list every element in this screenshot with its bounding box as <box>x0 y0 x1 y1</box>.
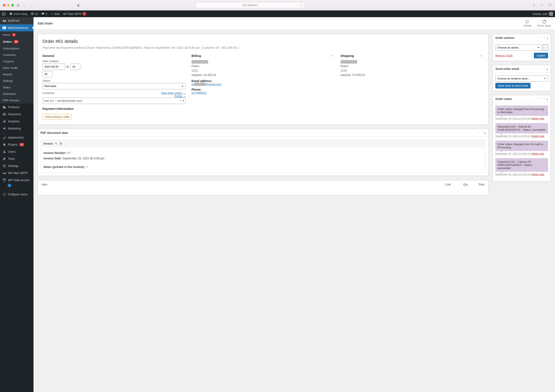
back-icon[interactable]: 〈 <box>29 3 33 7</box>
sidebar-sub-orders[interactable]: Orders 32 <box>0 38 34 45</box>
date-input[interactable] <box>43 64 65 70</box>
site-link[interactable]: User's blog <box>9 12 27 15</box>
alert-icon: ! <box>82 12 86 16</box>
url-bar[interactable]: 192.168.64.3 ↻ <box>196 2 305 8</box>
finish-setup-button[interactable]: Finish setup <box>537 20 551 27</box>
trash-link[interactable]: Move to Trash <box>495 54 512 57</box>
sidebar-item-settings[interactable]: Settings <box>0 162 34 169</box>
sidebar-sub-home[interactable]: Home 4 <box>0 31 34 38</box>
move-down-icon[interactable]: ˅ <box>543 97 545 101</box>
delete-note-link[interactable]: Delete note <box>531 152 544 155</box>
sidebar-sub-subs[interactable]: Subscriptions <box>0 45 34 52</box>
activity-button[interactable]: Activity <box>523 20 531 27</box>
sidebar-sub-reports[interactable]: Reports <box>0 71 34 78</box>
sidebar-sub-status[interactable]: Status <box>0 84 34 91</box>
col-item: Item <box>42 183 434 186</box>
move-up-icon[interactable]: ˄ <box>540 36 542 40</box>
toggle-icon[interactable]: ▴ <box>547 97 548 101</box>
chevron-down-icon[interactable]: ⌄ <box>22 3 26 7</box>
svg-rect-6 <box>4 121 4 123</box>
profile-link[interactable]: Profile → <box>175 94 186 98</box>
email-link[interactable]: pr██████@clover.com <box>191 83 221 86</box>
payment-info-heading: Payment Information <box>43 107 186 110</box>
delete-invoice-icon[interactable]: 🗑 <box>59 142 62 145</box>
sidebar-collapse[interactable]: Collapse menu <box>0 191 34 198</box>
run-action-button[interactable]: › <box>543 44 548 51</box>
sidebar-sub-pdf[interactable]: PDF Invoices <box>0 97 34 103</box>
sidebar-item-payments[interactable]: $Payments <box>0 111 34 118</box>
sidebar-item-wpdata[interactable]: WP Data Access 1 <box>0 177 34 189</box>
sidebar-sub-ext[interactable]: Extensions <box>0 91 34 97</box>
howdy[interactable]: Howdy, user <box>533 12 553 16</box>
move-up-icon[interactable]: ˄ <box>478 131 479 134</box>
sidebar-item-analytics[interactable]: Analytics <box>0 118 34 125</box>
hour-input[interactable] <box>70 64 80 70</box>
sidebar-sub-coupons[interactable]: Coupons <box>0 58 34 65</box>
edit-billing-icon[interactable]: ✎ <box>331 54 334 58</box>
status-select[interactable]: Refunded <box>43 83 186 89</box>
delete-note-link[interactable]: Delete note <box>531 135 544 138</box>
close-icon[interactable] <box>3 4 6 7</box>
refresh-icon[interactable]: ↻ <box>300 4 303 7</box>
shield-icon[interactable]: ◧ <box>77 3 81 7</box>
move-up-icon[interactable]: ˄ <box>540 67 542 71</box>
new-link[interactable]: ＋ New <box>51 12 60 16</box>
actions-select[interactable]: Choose an action... <box>495 44 542 51</box>
chevron-down-icon[interactable]: ▾ <box>183 99 184 102</box>
new-tab-icon[interactable]: ＋ <box>540 3 544 7</box>
sidebar-item-wpmail[interactable]: WP Mail SMTP <box>0 169 34 177</box>
phone-link[interactable]: 8172960222 <box>191 91 207 94</box>
avatar <box>549 12 553 16</box>
delete-note-link[interactable]: Delete note <box>531 117 544 120</box>
order-note: Refunded 0.03 – Refund ID: CH0PJ8C5G6TCA… <box>495 123 548 133</box>
sidebar-item-mailpoet[interactable]: MailPoet <box>0 17 34 24</box>
toggle-icon[interactable]: ▴ <box>484 131 486 134</box>
update-button[interactable]: Update <box>534 53 548 58</box>
tabs-icon[interactable]: ❐ <box>548 3 552 7</box>
sidebar-sub-toolkit[interactable]: Store Toolkit <box>0 65 34 71</box>
toggle-icon[interactable]: ▴ <box>547 67 548 71</box>
send-email-button[interactable]: Save order & send email <box>495 83 531 88</box>
sidebar-item-marketing[interactable]: Marketing <box>0 125 34 132</box>
sidebar-icon[interactable]: ▤ <box>16 3 20 7</box>
svg-point-0 <box>2 12 6 15</box>
general-column: General Date created: @ : Sta <box>43 54 186 120</box>
move-down-icon[interactable]: ˅ <box>543 36 545 40</box>
email-select[interactable]: Choose an email to send… <box>495 75 548 82</box>
customer-select[interactable]: user (#1 – user@example.com) × ▾ <box>43 98 186 104</box>
wp-logo-icon[interactable] <box>2 12 6 16</box>
sidebar-item-appearance[interactable]: Appearance <box>0 134 34 141</box>
sidebar-item-plugins[interactable]: Plugins 15 <box>0 141 34 148</box>
edit-notes-icon[interactable]: ✎ <box>86 165 88 169</box>
svg-text:woo: woo <box>3 27 6 29</box>
updates-link[interactable]: 15 <box>30 12 38 15</box>
move-down-icon[interactable]: ˅ <box>543 67 545 71</box>
view-orders-link[interactable]: View other orders → <box>161 91 186 94</box>
minute-input[interactable] <box>43 71 52 77</box>
forward-icon[interactable]: 〉 <box>35 3 39 7</box>
billing-heading: Billing <box>191 54 335 58</box>
toggle-icon[interactable]: ▴ <box>547 36 548 40</box>
zoom-icon[interactable] <box>11 4 14 7</box>
move-down-icon[interactable]: ˅ <box>481 131 482 134</box>
edit-invoice-icon[interactable]: ✎ <box>55 142 57 145</box>
sidebar-item-users[interactable]: Users <box>0 148 34 155</box>
edit-shipping-icon[interactable]: ✎ <box>481 54 483 58</box>
status-label: Status: <box>43 79 186 82</box>
comments-link[interactable]: 0 <box>41 12 47 15</box>
sidebar-item-woocommerce[interactable]: woo WooCommerce <box>0 24 34 31</box>
invoice-num-label: Invoice Number: <box>44 151 66 155</box>
sidebar-sub-customers[interactable]: Customers <box>0 52 34 58</box>
wpmail-link[interactable]: WP Mail SMTP ! <box>63 12 86 16</box>
share-icon[interactable]: ⇪ <box>532 3 536 7</box>
sidebar-item-tools[interactable]: Tools <box>0 155 34 162</box>
sidebar-item-products[interactable]: Products <box>0 103 34 111</box>
minimize-icon[interactable] <box>7 4 10 7</box>
customer-label: Customer: <box>43 91 55 94</box>
move-up-icon[interactable]: ˄ <box>540 97 542 101</box>
order-actions-box: Order actions˄˅▴ Choose an action... › M… <box>493 34 551 61</box>
delete-note-link[interactable]: Delete note <box>531 173 544 176</box>
sidebar-sub-settings[interactable]: Settings <box>0 78 34 84</box>
invoice-date-label: Invoice Date: <box>44 157 62 160</box>
clear-icon[interactable]: × <box>180 99 182 102</box>
